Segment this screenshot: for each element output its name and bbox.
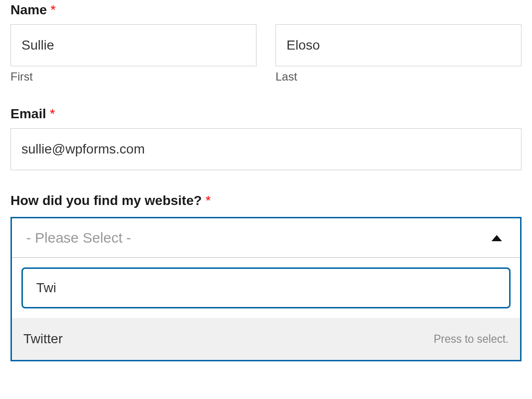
required-marker: * bbox=[50, 106, 55, 121]
required-marker: * bbox=[205, 193, 211, 208]
caret-up-icon bbox=[491, 235, 502, 241]
name-field: Name * First Last bbox=[10, 2, 522, 83]
email-label-text: Email bbox=[10, 106, 46, 121]
last-name-sublabel: Last bbox=[276, 70, 522, 83]
required-marker: * bbox=[51, 2, 56, 17]
first-name-input[interactable] bbox=[10, 24, 256, 66]
dropdown-toggle[interactable]: - Please Select - bbox=[12, 218, 520, 258]
first-name-sublabel: First bbox=[10, 70, 256, 83]
source-field: How did you find my website? * - Please … bbox=[10, 193, 522, 361]
email-field: Email * bbox=[10, 106, 522, 170]
dropdown-placeholder: - Please Select - bbox=[26, 230, 131, 246]
dropdown-option-label: Twitter bbox=[23, 331, 62, 347]
email-input[interactable] bbox=[10, 128, 522, 170]
name-label-text: Name bbox=[10, 2, 47, 17]
dropdown-option-hint: Press to select. bbox=[434, 333, 509, 346]
source-label: How did you find my website? * bbox=[10, 193, 522, 208]
dropdown-search-input[interactable] bbox=[21, 267, 511, 308]
last-name-input[interactable] bbox=[276, 24, 522, 66]
dropdown-option-twitter[interactable]: Twitter Press to select. bbox=[12, 318, 520, 360]
source-label-text: How did you find my website? bbox=[10, 193, 202, 208]
name-label: Name * bbox=[10, 2, 522, 18]
dropdown-search-wrap bbox=[12, 258, 520, 318]
source-dropdown: - Please Select - Twitter Press to selec… bbox=[10, 217, 522, 361]
email-label: Email * bbox=[10, 106, 522, 122]
